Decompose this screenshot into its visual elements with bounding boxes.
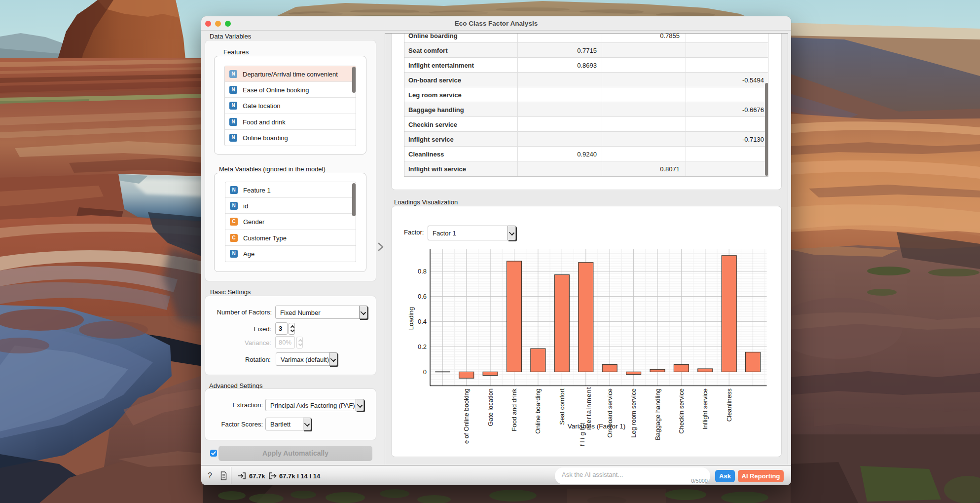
svg-text:Loading: Loading [407, 307, 415, 330]
svg-text:Food and drink: Food and drink [510, 388, 518, 431]
svg-text:e of Online booking: e of Online booking [463, 388, 470, 444]
svg-text:Variables (Factor 1): Variables (Factor 1) [568, 423, 626, 430]
svg-text:0: 0 [423, 368, 427, 376]
svg-text:Online boarding: Online boarding [534, 388, 542, 434]
svg-text:Gate location: Gate location [487, 388, 494, 426]
svg-text:On-board service: On-board service [606, 388, 614, 438]
svg-text:0.8: 0.8 [418, 268, 427, 275]
svg-text:0.4: 0.4 [418, 318, 427, 325]
svg-text:0.6: 0.6 [418, 293, 427, 300]
svg-text:0.2: 0.2 [418, 343, 427, 350]
svg-text:Seat comfort: Seat comfort [558, 388, 566, 425]
svg-text:Leg room service: Leg room service [630, 388, 637, 438]
svg-text:Baggage handling: Baggage handling [654, 388, 661, 440]
svg-text:Checkin service: Checkin service [678, 388, 685, 434]
svg-text:Inflight service: Inflight service [701, 388, 709, 429]
svg-text:Cleanliness: Cleanliness [726, 388, 733, 422]
